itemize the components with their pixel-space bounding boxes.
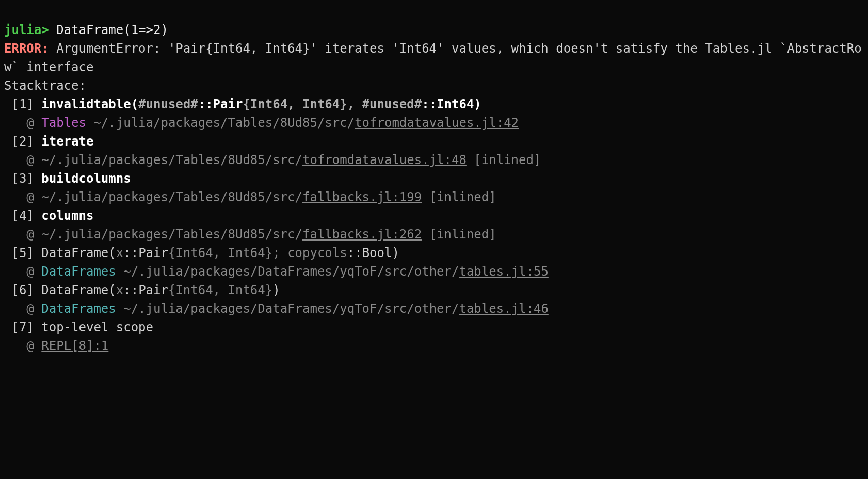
frame-file-link[interactable]: REPL[8]:1 <box>41 339 108 353</box>
frame-function: columns <box>41 209 93 223</box>
frame-function: top-level scope <box>41 320 153 334</box>
module-name: DataFrames <box>41 264 116 279</box>
at-symbol: @ <box>26 339 41 353</box>
frame-file-link[interactable]: tables.jl:55 <box>459 264 548 279</box>
at-symbol: @ <box>26 301 41 316</box>
frame-path: ~/.julia/packages/Tables/8Ud85/src/ <box>86 116 355 130</box>
frame-function: buildcolumns <box>41 171 131 186</box>
frame-function: iterate <box>41 134 93 149</box>
error-message: ArgumentError: 'Pair{Int64, Int64}' iter… <box>4 41 862 74</box>
frame-path: ~/.julia/packages/DataFrames/yqToF/src/o… <box>116 264 459 279</box>
at-symbol: @ <box>26 153 41 167</box>
inlined-tag: [inlined] <box>422 190 496 204</box>
at-symbol: @ <box>26 264 41 279</box>
frame-function: DataFrame( <box>41 246 116 260</box>
frame-path: ~/.julia/packages/Tables/8Ud85/src/ <box>41 190 302 204</box>
stacktrace-label: Stacktrace: <box>4 78 86 93</box>
error-label: ERROR: <box>4 41 49 56</box>
frame-index: [5] <box>11 246 34 260</box>
terminal[interactable]: julia> DataFrame(1=>2) ERROR: ArgumentEr… <box>0 0 868 357</box>
at-symbol: @ <box>26 227 41 242</box>
frame-index: [4] <box>11 209 34 223</box>
frame-file-link[interactable]: tofromdatavalues.jl:48 <box>302 153 467 167</box>
at-symbol: @ <box>26 116 41 130</box>
frame-path: ~/.julia/packages/DataFrames/yqToF/src/o… <box>116 301 459 316</box>
inlined-tag: [inlined] <box>467 153 541 167</box>
module-name: DataFrames <box>41 301 116 316</box>
frame-file-link[interactable]: tables.jl:46 <box>459 301 548 316</box>
frame-path: ~/.julia/packages/Tables/8Ud85/src/ <box>41 227 302 242</box>
frame-index: [3] <box>11 171 34 186</box>
frame-index: [6] <box>11 283 34 297</box>
repl-command: DataFrame(1=>2) <box>49 23 168 37</box>
at-symbol: @ <box>26 190 41 204</box>
frame-file-link[interactable]: tofromdatavalues.jl:42 <box>355 116 519 130</box>
frame-path: ~/.julia/packages/Tables/8Ud85/src/ <box>41 153 302 167</box>
frame-index: [7] <box>11 320 34 334</box>
module-name: Tables <box>41 116 86 130</box>
frame-function: DataFrame( <box>41 283 116 297</box>
frame-file-link[interactable]: fallbacks.jl:199 <box>302 190 422 204</box>
repl-prompt: julia> <box>4 23 49 37</box>
frame-index: [2] <box>11 134 34 149</box>
frame-function: invalidtable( <box>41 97 138 111</box>
inlined-tag: [inlined] <box>422 227 496 242</box>
frame-file-link[interactable]: fallbacks.jl:262 <box>302 227 422 242</box>
frame-index: [1] <box>11 97 34 111</box>
